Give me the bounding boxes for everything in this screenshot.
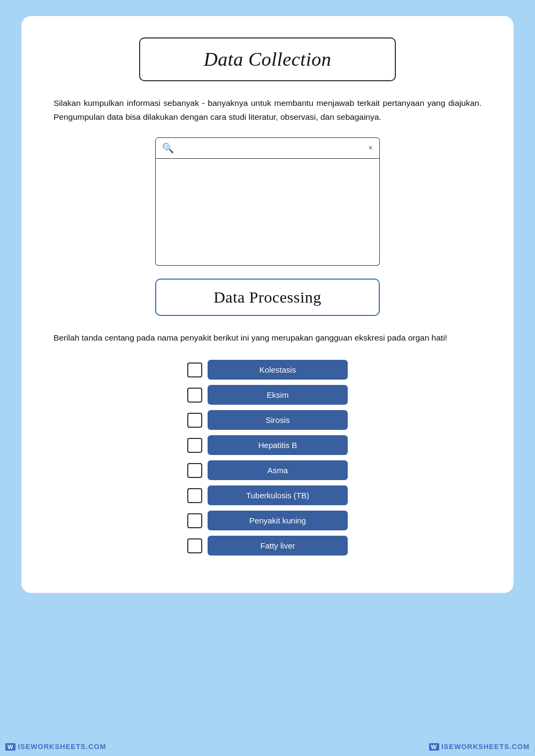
- checkbox-7[interactable]: [187, 538, 202, 553]
- search-results-area: [155, 159, 380, 266]
- intro-text: Silakan kumpulkan informasi sebanyak - b…: [54, 96, 482, 125]
- checkbox-5[interactable]: [187, 488, 202, 503]
- list-item: Asma: [187, 460, 348, 480]
- page-container: Data Collection Silakan kumpulkan inform…: [21, 16, 514, 593]
- checkbox-1[interactable]: [187, 388, 202, 403]
- option-button-3[interactable]: Hepatitis B: [208, 435, 348, 455]
- processing-box: Data Processing: [155, 279, 380, 316]
- list-item: Sirosis: [187, 410, 348, 430]
- watermark-left: W ISEWORKSHEETS.COM: [5, 743, 106, 751]
- checkbox-3[interactable]: [187, 438, 202, 453]
- checkbox-4[interactable]: [187, 463, 202, 478]
- checkbox-0[interactable]: [187, 362, 202, 377]
- watermark-right: W ISEWORKSHEETS.COM: [429, 743, 530, 751]
- processing-title: Data Processing: [178, 288, 357, 306]
- list-item: Eksim: [187, 385, 348, 405]
- list-item: Fatty liver: [187, 536, 348, 556]
- checkbox-2[interactable]: [187, 413, 202, 428]
- search-container: 🔍 ×: [155, 137, 380, 266]
- search-input[interactable]: [178, 143, 368, 152]
- list-item: Penyakit kuning: [187, 511, 348, 530]
- option-button-0[interactable]: Kolestasis: [208, 360, 348, 380]
- option-button-4[interactable]: Asma: [208, 460, 348, 480]
- page-title: Data Collection: [162, 48, 373, 71]
- list-item: Kolestasis: [187, 360, 348, 380]
- clear-button[interactable]: ×: [368, 143, 373, 153]
- instruction-text: Berilah tanda centang pada nama penyakit…: [54, 331, 482, 345]
- checkbox-list: KolestasisEksimSirosisHepatitis BAsmaTub…: [54, 360, 482, 556]
- option-button-5[interactable]: Tuberkulosis (TB): [208, 485, 348, 505]
- option-button-6[interactable]: Penyakit kuning: [208, 511, 348, 530]
- footer-watermark: W ISEWORKSHEETS.COM W ISEWORKSHEETS.COM: [0, 743, 535, 751]
- list-item: Tuberkulosis (TB): [187, 485, 348, 505]
- checkbox-6[interactable]: [187, 513, 202, 528]
- option-button-7[interactable]: Fatty liver: [208, 536, 348, 556]
- option-button-1[interactable]: Eksim: [208, 385, 348, 405]
- search-icon: 🔍: [162, 142, 174, 154]
- title-box: Data Collection: [139, 37, 396, 81]
- list-item: Hepatitis B: [187, 435, 348, 455]
- option-button-2[interactable]: Sirosis: [208, 410, 348, 430]
- search-bar: 🔍 ×: [155, 137, 380, 159]
